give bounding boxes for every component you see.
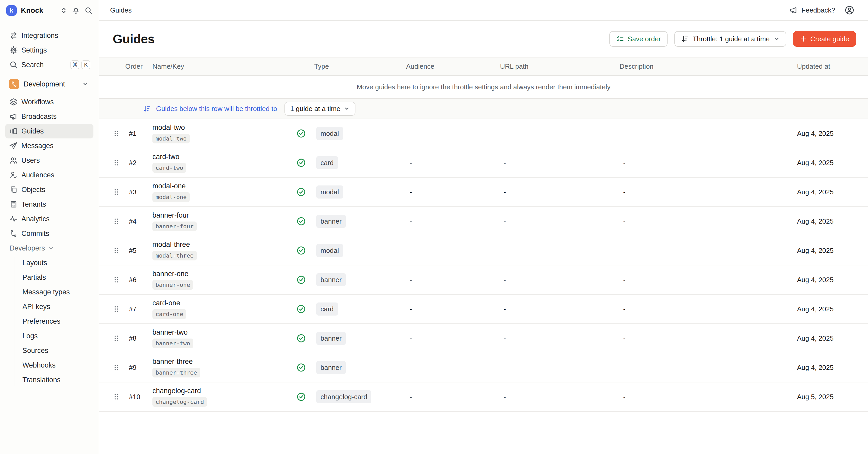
- drag-handle-icon[interactable]: [99, 130, 125, 137]
- search-icon[interactable]: [85, 6, 92, 15]
- guide-audience: -: [406, 276, 500, 284]
- drag-handle-icon[interactable]: [99, 305, 125, 313]
- drag-handle-icon[interactable]: [99, 276, 125, 284]
- guide-name-cell: modal-three modal-three: [152, 240, 297, 260]
- guide-order: #2: [125, 159, 152, 167]
- chevron-down-icon: [83, 81, 88, 87]
- guide-name-cell: card-one card-one: [152, 299, 297, 319]
- drag-handle-icon[interactable]: [99, 159, 125, 167]
- col-header-description: Description: [620, 62, 797, 70]
- guide-row[interactable]: #10 changelog-card changelog-card change…: [99, 382, 868, 412]
- guide-row[interactable]: #6 banner-one banner-one banner - - - Au…: [99, 265, 868, 295]
- throttle-button-label: Throttle: 1 guide at a time: [693, 35, 770, 43]
- sidebar-subitem[interactable]: Sources: [0, 343, 99, 358]
- sidebar-item-commits[interactable]: Commits: [0, 226, 99, 241]
- analytics-pulse-icon: [9, 215, 18, 223]
- guide-name: banner-one: [152, 270, 297, 278]
- guide-row[interactable]: #9 banner-three banner-three banner - - …: [99, 353, 868, 382]
- sidebar-item-users[interactable]: Users: [0, 153, 99, 168]
- drag-handle-icon[interactable]: [99, 247, 125, 254]
- throttle-dropdown-button[interactable]: Throttle: 1 guide at a time: [674, 31, 786, 47]
- guide-row[interactable]: #5 modal-three modal-three modal - - - A…: [99, 236, 868, 265]
- sidebar-subitem[interactable]: Message types: [0, 285, 99, 300]
- environment-name: Development: [24, 80, 65, 88]
- sidebar-subitem-label: Layouts: [23, 259, 47, 267]
- guide-order: #5: [125, 247, 152, 255]
- drag-handle-icon[interactable]: [99, 217, 125, 225]
- guides-table: Order Name/Key Type Audience URL path De…: [99, 57, 868, 454]
- drag-handle-icon[interactable]: [99, 334, 125, 342]
- feedback-button[interactable]: Feedback?: [789, 6, 835, 15]
- sidebar-item-workflows[interactable]: Workflows: [0, 94, 99, 109]
- sidebar-item-search[interactable]: Search ⌘ K: [0, 57, 99, 72]
- sidebar-item-broadcasts[interactable]: Broadcasts: [0, 109, 99, 124]
- guide-row[interactable]: #8 banner-two banner-two banner - - - Au…: [99, 324, 868, 353]
- sidebar-header: k Knock: [0, 0, 99, 21]
- sidebar-item-messages[interactable]: Messages: [0, 138, 99, 153]
- guide-row[interactable]: #4 banner-four banner-four banner - - - …: [99, 207, 868, 236]
- guide-name: card-one: [152, 299, 297, 307]
- drag-handle-icon[interactable]: [99, 393, 125, 401]
- guide-type-badge: modal: [316, 244, 343, 257]
- status-check-icon: [297, 158, 314, 167]
- sidebar-item-label: Settings: [22, 46, 47, 54]
- sidebar-item-tenants[interactable]: Tenants: [0, 197, 99, 211]
- sidebar-item-analytics[interactable]: Analytics: [0, 211, 99, 226]
- throttle-sort-icon: [143, 105, 151, 113]
- create-guide-button[interactable]: Create guide: [793, 31, 856, 47]
- status-check-icon: [297, 363, 314, 372]
- guide-row[interactable]: #2 card-two card-two card - - - Aug 4, 2…: [99, 148, 868, 178]
- workspace-switcher-icon[interactable]: [60, 7, 67, 14]
- sidebar-subitem[interactable]: Logs: [0, 329, 99, 343]
- sidebar-item-guides[interactable]: Guides: [5, 124, 93, 138]
- sidebar-item-integrations[interactable]: Integrations: [0, 28, 99, 43]
- guide-description: -: [620, 130, 797, 138]
- notifications-bell-icon[interactable]: [72, 6, 80, 15]
- developers-subnav: Layouts Partials Message types API keys …: [0, 255, 99, 387]
- sidebar-section-developers[interactable]: Developers: [0, 241, 99, 255]
- guide-row[interactable]: #1 modal-two modal-two modal - - - Aug 4…: [99, 119, 868, 148]
- sidebar-subitem[interactable]: Layouts: [0, 255, 99, 270]
- environment-switcher[interactable]: Development: [0, 77, 99, 91]
- guide-audience: -: [406, 217, 500, 225]
- guide-url-path: -: [500, 130, 620, 138]
- sidebar-subitem[interactable]: Translations: [0, 372, 99, 387]
- status-check-icon: [297, 304, 314, 314]
- checklist-icon: [616, 35, 624, 43]
- guide-description: -: [620, 334, 797, 342]
- guide-key: card-one: [152, 309, 186, 319]
- knock-logo: k: [6, 5, 17, 16]
- sidebar-subitem[interactable]: Partials: [0, 270, 99, 285]
- user-avatar-icon[interactable]: [844, 5, 855, 15]
- guide-audience: -: [406, 130, 500, 138]
- drag-handle-icon[interactable]: [99, 188, 125, 196]
- sidebar-item-settings[interactable]: Settings: [0, 43, 99, 57]
- guide-key: banner-two: [152, 339, 193, 348]
- sidebar-subitem[interactable]: Webhooks: [0, 358, 99, 372]
- drag-handle-icon[interactable]: [99, 364, 125, 371]
- guide-url-path: -: [500, 364, 620, 372]
- sidebar-item-objects[interactable]: Objects: [0, 182, 99, 197]
- guide-key: card-two: [152, 163, 186, 173]
- guide-type-badge: banner: [316, 361, 346, 374]
- kbd-cmd: ⌘: [70, 60, 79, 69]
- sidebar-subitem[interactable]: API keys: [0, 300, 99, 314]
- guide-row[interactable]: #7 card-one card-one card - - - Aug 4, 2…: [99, 295, 868, 324]
- guide-name: banner-two: [152, 328, 297, 336]
- throttle-value-dropdown[interactable]: 1 guide at a time: [284, 102, 355, 116]
- guide-url-path: -: [500, 393, 620, 401]
- objects-copy-icon: [9, 186, 18, 194]
- commits-branch-icon: [9, 229, 18, 238]
- sidebar-subitem-label: Logs: [23, 332, 38, 340]
- sidebar-subitem-label: API keys: [23, 303, 50, 311]
- guide-row[interactable]: #3 modal-one modal-one modal - - - Aug 4…: [99, 178, 868, 207]
- guide-name: modal-one: [152, 182, 297, 190]
- throttle-divider-label[interactable]: Guides below this row will be throttled …: [156, 105, 277, 113]
- save-order-button[interactable]: Save order: [609, 31, 668, 47]
- guide-audience: -: [406, 305, 500, 313]
- sidebar-subitem[interactable]: Preferences: [0, 314, 99, 329]
- unthrottled-drop-zone[interactable]: Move guides here to ignore the throttle …: [99, 76, 868, 99]
- guide-audience: -: [406, 247, 500, 255]
- guide-description: -: [620, 393, 797, 401]
- sidebar-item-audiences[interactable]: Audiences: [0, 168, 99, 182]
